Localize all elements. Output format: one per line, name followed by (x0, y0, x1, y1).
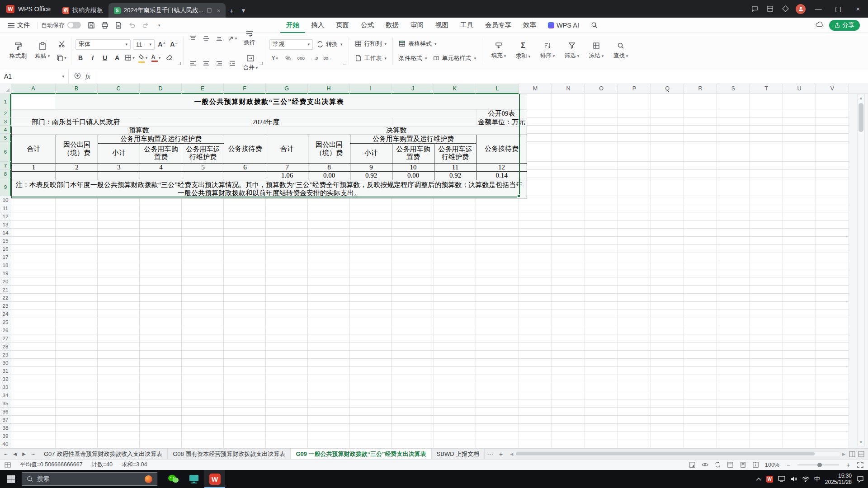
sheet-tab-g09[interactable]: G09 一般公共预算财政拨款“三公”经费支出决算表 (291, 449, 431, 460)
quickbar-more-icon[interactable]: ▾ (153, 19, 165, 31)
row-header-38[interactable]: 38 (0, 424, 11, 432)
increase-font-icon[interactable]: A⁺ (157, 39, 167, 49)
tab-wps-ai[interactable]: WPS AI (542, 18, 585, 33)
cloud-sync-icon[interactable] (816, 21, 824, 29)
volume-icon[interactable] (790, 476, 797, 482)
value-cell[interactable]: 0.92 (434, 172, 476, 180)
row-header-13[interactable]: 13 (0, 221, 11, 229)
row-header-40[interactable]: 40 (0, 440, 11, 448)
header-cell[interactable]: 公务接待费 (476, 135, 527, 164)
column-header-d[interactable]: D (140, 84, 182, 94)
cells-canvas[interactable]: 一般公共预算财政拨款“三公”经费支出决算表 公开09表 部门：南乐县千口镇人民政… (11, 94, 849, 448)
row-header-35[interactable]: 35 (0, 399, 11, 408)
tab-insert[interactable]: 插入 (305, 18, 330, 33)
rows-cols-button[interactable]: 行和列▾ (353, 38, 389, 49)
thousands-separator-icon[interactable]: 000 (296, 53, 307, 63)
column-header-s[interactable]: S (717, 84, 750, 94)
unit-cell[interactable]: 金额单位：万元 (476, 118, 527, 127)
tab-formula[interactable]: 公式 (355, 18, 380, 33)
underline-button[interactable]: U (100, 53, 110, 63)
column-header-m[interactable]: M (519, 84, 552, 94)
row-header-11[interactable]: 11 (0, 204, 11, 212)
row-header-20[interactable]: 20 (0, 277, 11, 286)
colno-cell[interactable]: 4 (140, 163, 182, 172)
column-header-k[interactable]: K (434, 84, 476, 94)
filter-button[interactable]: 筛选▾ (560, 37, 584, 65)
header-cell[interactable]: 公务用车运行维护费 (182, 143, 224, 163)
row-header-12[interactable]: 12 (0, 212, 11, 221)
minimize-button[interactable]: — (808, 0, 828, 18)
first-sheet-icon[interactable]: ⯬ (2, 451, 10, 457)
column-header-p[interactable]: P (618, 84, 651, 94)
table-style-button[interactable]: 表格样式▾ (397, 38, 439, 49)
align-top-icon[interactable] (188, 33, 198, 43)
colno-cell[interactable]: 11 (434, 163, 476, 172)
fill-tool-button[interactable]: 填充▾ (486, 37, 511, 65)
insert-function-icon[interactable] (74, 72, 81, 81)
horizontal-scrollbar[interactable]: ◀ ▶ (510, 451, 845, 456)
row-header-26[interactable]: 26 (0, 326, 11, 334)
network-icon[interactable] (802, 476, 809, 482)
number-dialog-launcher[interactable] (343, 62, 346, 65)
tray-expand-icon[interactable] (756, 477, 761, 481)
align-bottom-icon[interactable] (214, 33, 225, 43)
sheet-tab-g07[interactable]: G07 政府性基金预算财政拨款收入支出决算表 (39, 449, 168, 460)
ime-indicator[interactable]: 中 (814, 475, 820, 483)
row-header-1[interactable]: 1 (0, 94, 11, 109)
align-middle-icon[interactable] (201, 33, 212, 43)
row-header-15[interactable]: 15 (0, 237, 11, 245)
file-menu-button[interactable]: 文件 (5, 21, 33, 29)
row-header-28[interactable]: 28 (0, 343, 11, 351)
column-header-a[interactable]: A (11, 84, 56, 94)
percent-icon[interactable]: % (283, 53, 293, 63)
share-button[interactable]: 分享 (829, 20, 860, 31)
tab-list-icon[interactable]: ▾ (237, 3, 249, 18)
copy-icon[interactable]: ▾ (56, 53, 67, 63)
cut-icon[interactable] (56, 39, 67, 49)
align-left-icon[interactable] (188, 58, 198, 68)
budget-group-cell[interactable]: 预算数 (12, 127, 266, 135)
split-vertical-icon[interactable] (849, 451, 855, 457)
name-box[interactable]: A1 ▾ (0, 69, 69, 84)
export-pdf-icon[interactable] (113, 19, 124, 31)
zoom-in-button[interactable]: + (845, 461, 851, 469)
column-header-f[interactable]: F (224, 84, 266, 94)
colno-cell[interactable]: 7 (266, 163, 308, 172)
close-button[interactable]: × (848, 0, 868, 18)
orientation-icon[interactable]: ▾ (227, 33, 238, 43)
row-header-25[interactable]: 25 (0, 318, 11, 326)
align-center-icon[interactable] (201, 58, 212, 68)
row-header-27[interactable]: 27 (0, 334, 11, 343)
last-sheet-icon[interactable]: ⯮ (29, 451, 37, 457)
value-cell[interactable] (182, 172, 224, 180)
fill-handle[interactable] (517, 194, 520, 197)
row-header-29[interactable]: 29 (0, 351, 11, 359)
value-cell[interactable] (12, 172, 56, 180)
value-cell[interactable] (98, 172, 140, 180)
italic-button[interactable]: I (88, 53, 98, 63)
value-cell[interactable] (224, 172, 266, 180)
page-layout-view-icon[interactable] (740, 461, 746, 468)
row-header-36[interactable]: 36 (0, 408, 11, 416)
taskbar-meeting-icon[interactable] (184, 470, 204, 488)
tab-view[interactable]: 视图 (429, 18, 454, 33)
tray-display-icon[interactable] (778, 476, 785, 482)
start-button[interactable] (0, 470, 22, 488)
zoom-level[interactable]: 100% (765, 462, 779, 468)
strikethrough-button[interactable]: A (112, 53, 122, 63)
paste-button[interactable]: 粘贴▾ (32, 37, 53, 65)
header-cell[interactable]: 公务用车运行维护费 (434, 143, 476, 163)
column-header-v[interactable]: V (816, 84, 849, 94)
decrease-font-icon[interactable]: A⁻ (169, 39, 179, 49)
row-header-30[interactable]: 30 (0, 359, 11, 367)
final-group-cell[interactable]: 决算数 (266, 127, 527, 135)
conditional-format-button[interactable]: 条件格式▾ (397, 52, 429, 64)
value-cell[interactable]: 0.14 (476, 172, 527, 180)
scroll-right-icon[interactable]: ▶ (842, 452, 845, 456)
horizontal-scroll-thumb[interactable] (516, 452, 815, 455)
number-format-select[interactable]: 常规▾ (269, 39, 313, 50)
cell[interactable] (392, 118, 476, 127)
column-header-j[interactable]: J (392, 84, 434, 94)
clear-format-icon[interactable] (164, 53, 175, 63)
row-header-5[interactable]: 5 (0, 134, 11, 142)
